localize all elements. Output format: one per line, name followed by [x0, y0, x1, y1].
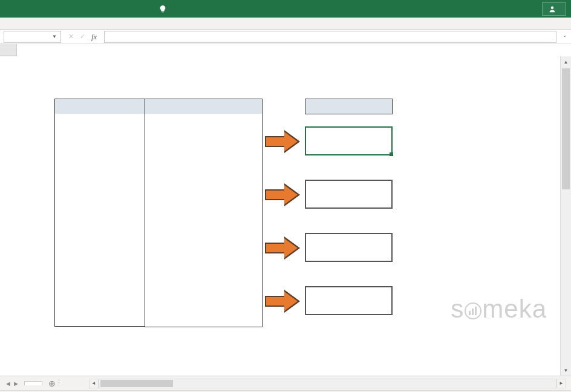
- tab-home[interactable]: [22, 0, 39, 18]
- tab-split-icon[interactable]: ⋮: [56, 379, 65, 387]
- formula-bar: ▼ ✕ ✓ fx ⌄: [0, 30, 571, 44]
- enter-icon[interactable]: ✓: [80, 33, 85, 41]
- header-number: [54, 99, 145, 114]
- tab-insert[interactable]: [39, 0, 56, 18]
- horizontal-scrollbar[interactable]: ◄ ►: [89, 379, 566, 388]
- formula-input[interactable]: [104, 31, 556, 43]
- header-result: [305, 99, 393, 114]
- hscroll-track[interactable]: [99, 379, 556, 388]
- number-value-cell[interactable]: [54, 114, 145, 327]
- result-cell-2[interactable]: [305, 233, 393, 262]
- scroll-up-icon[interactable]: ▲: [561, 56, 571, 67]
- fx-icon[interactable]: fx: [91, 32, 97, 42]
- name-box-dropdown-icon[interactable]: ▼: [52, 34, 57, 39]
- tab-formulas[interactable]: [73, 0, 90, 18]
- bulb-icon: [158, 5, 167, 13]
- result-cell-0[interactable]: [305, 126, 393, 155]
- scroll-left-icon[interactable]: ◄: [89, 379, 99, 388]
- cancel-icon[interactable]: ✕: [68, 33, 74, 41]
- person-icon: [549, 5, 556, 13]
- digits-cell-1[interactable]: [145, 167, 263, 221]
- result-cell-1[interactable]: [305, 180, 393, 209]
- tab-review[interactable]: [106, 0, 123, 18]
- select-all-corner[interactable]: [0, 44, 17, 56]
- ribbon: [0, 0, 571, 18]
- share-button[interactable]: [542, 2, 566, 16]
- sheet-nav-next-icon[interactable]: ►: [13, 380, 19, 387]
- tell-me-search[interactable]: [152, 5, 177, 13]
- scroll-right-icon[interactable]: ►: [556, 379, 566, 388]
- tab-file[interactable]: [5, 0, 22, 18]
- name-box[interactable]: ▼: [4, 31, 61, 43]
- formula-bar-icons: ✕ ✓ fx: [61, 32, 104, 42]
- fill-handle[interactable]: [390, 152, 393, 156]
- ribbon-tabs: [5, 0, 140, 18]
- sheet-nav: ◄ ►: [0, 380, 24, 387]
- spreadsheet-grid: smeka ▲ ▼: [0, 44, 571, 376]
- hscroll-thumb[interactable]: [100, 380, 173, 387]
- vertical-scrollbar[interactable]: ▲ ▼: [560, 56, 571, 376]
- header-digits: [145, 99, 263, 114]
- digits-cell-2[interactable]: [145, 220, 263, 274]
- svg-point-0: [551, 6, 554, 9]
- tab-data[interactable]: [90, 0, 106, 18]
- tab-page-layout[interactable]: [56, 0, 73, 18]
- sheet-tabs-row: ◄ ► ⊕ ⋮ ◄ ►: [0, 376, 571, 390]
- sheet-tab-active[interactable]: [24, 381, 42, 385]
- scroll-down-icon[interactable]: ▼: [561, 365, 571, 376]
- formula-expand-icon[interactable]: ⌄: [563, 32, 567, 38]
- vscroll-thumb[interactable]: [562, 68, 570, 189]
- ribbon-divider: [0, 18, 571, 30]
- digits-cell-0[interactable]: [145, 114, 263, 168]
- sheet-nav-prev-icon[interactable]: ◄: [5, 380, 11, 387]
- tab-view[interactable]: [123, 0, 140, 18]
- result-cell-3[interactable]: [305, 286, 393, 315]
- add-sheet-button[interactable]: ⊕: [48, 379, 56, 388]
- digits-cell-3[interactable]: [145, 273, 263, 327]
